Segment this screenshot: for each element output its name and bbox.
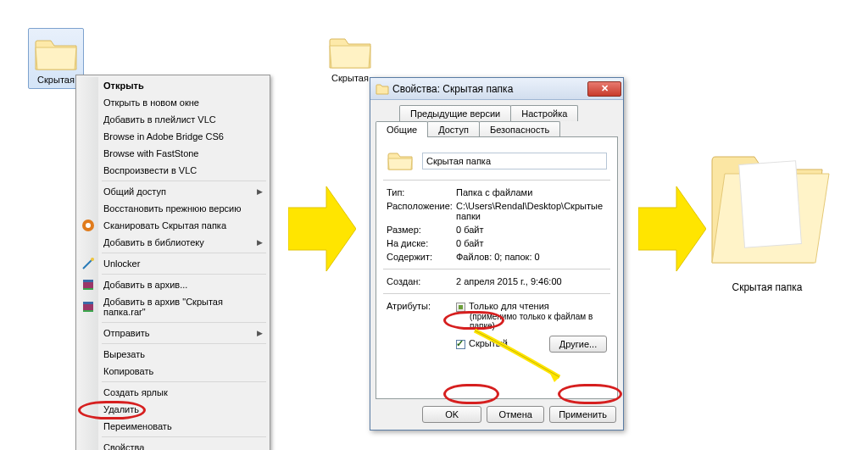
label-type: Тип:: [387, 187, 456, 197]
scan-icon: [81, 219, 95, 232]
properties-dialog: Свойства: Скрытая папка ✕ Предыдущие вер…: [370, 77, 624, 431]
folder-icon: [326, 31, 374, 71]
svg-rect-6: [83, 288, 93, 290]
value-disk: 0 байт: [456, 238, 607, 248]
folder-icon: [376, 82, 389, 96]
other-attributes-button[interactable]: Другие...: [549, 336, 607, 353]
value-created: 2 апреля 2015 г., 9:46:00: [456, 276, 607, 286]
chevron-right-icon: ▶: [257, 187, 263, 196]
svg-rect-8: [83, 302, 93, 304]
menu-delete[interactable]: Удалить: [78, 401, 268, 418]
ok-button[interactable]: OK: [422, 406, 481, 423]
menu-create-shortcut[interactable]: Создать ярлык: [78, 384, 268, 401]
menu-cut[interactable]: Вырезать: [78, 346, 268, 363]
readonly-checkbox[interactable]: [456, 303, 465, 312]
label-attributes: Атрибуты:: [387, 301, 456, 353]
label-created: Создан:: [387, 276, 456, 286]
label-size: Размер:: [387, 225, 456, 235]
tab-panel-general: Тип:Папка с файлами Расположение:C:\User…: [376, 136, 618, 399]
open-folder-icon: [704, 127, 831, 280]
menu-add-archive-named[interactable]: Добавить в архив "Скрытая папка.rar": [78, 293, 268, 320]
folder-middle-label: Скрытая: [326, 73, 374, 83]
folder-icon: [32, 32, 80, 73]
hidden-checkbox[interactable]: [456, 340, 465, 349]
chevron-right-icon: ▶: [257, 238, 263, 247]
menu-sharing[interactable]: Общий доступ▶: [78, 183, 268, 200]
tab-general[interactable]: Общие: [376, 121, 428, 137]
rar-icon: [81, 300, 95, 314]
apply-button[interactable]: Применить: [549, 406, 616, 423]
menu-browse-faststone[interactable]: Browse with FastStone: [78, 145, 268, 162]
value-contains: Файлов: 0; папок: 0: [456, 252, 607, 262]
menu-copy[interactable]: Копировать: [78, 363, 268, 380]
label-disk: На диске:: [387, 238, 456, 248]
arrow-step-2: [638, 178, 706, 280]
menu-rename[interactable]: Переименовать: [78, 418, 268, 435]
dialog-title: Свойства: Скрытая папка: [392, 83, 587, 95]
menu-send-to[interactable]: Отправить▶: [78, 325, 268, 342]
folder-left-label: Скрытая: [32, 75, 80, 85]
tab-customize[interactable]: Настройка: [510, 105, 578, 121]
menu-unlocker[interactable]: Unlocker: [78, 255, 268, 272]
value-location: C:\Users\Rendal\Desktop\Скрытые папки: [456, 201, 607, 221]
menu-add-archive[interactable]: Добавить в архив...: [78, 276, 268, 293]
menu-restore-previous[interactable]: Восстановить прежнюю версию: [78, 200, 268, 217]
menu-open-new-window[interactable]: Открыть в новом окне: [78, 94, 268, 111]
close-button[interactable]: ✕: [587, 81, 621, 97]
menu-add-library[interactable]: Добавить в библиотеку▶: [78, 234, 268, 251]
context-menu: Открыть Открыть в новом окне Добавить в …: [75, 75, 270, 450]
menu-scan[interactable]: Сканировать Скрытая папка: [78, 217, 268, 234]
tab-sharing[interactable]: Доступ: [427, 121, 480, 137]
label-contains: Содержит:: [387, 252, 456, 262]
menu-play-vlc[interactable]: Воспроизвести в VLC: [78, 162, 268, 179]
folder-name-input[interactable]: [422, 153, 607, 169]
menu-properties[interactable]: Свойства: [78, 439, 268, 450]
svg-point-3: [91, 258, 94, 261]
label-location: Расположение:: [387, 201, 456, 221]
menu-open[interactable]: Открыть: [78, 77, 268, 94]
menu-add-vlc-playlist[interactable]: Добавить в плейлист VLC: [78, 111, 268, 128]
hidden-row[interactable]: Скрытый: [456, 338, 508, 349]
folder-middle[interactable]: Скрытая: [326, 31, 374, 83]
value-size: 0 байт: [456, 225, 607, 235]
rar-icon: [81, 278, 95, 292]
readonly-row[interactable]: Только для чтения (применимо только к фа…: [456, 301, 607, 331]
chevron-right-icon: ▶: [257, 329, 263, 337]
folder-icon: [387, 149, 414, 173]
tab-previous-versions[interactable]: Предыдущие версии: [399, 105, 511, 121]
tab-security[interactable]: Безопасность: [479, 121, 560, 137]
value-type: Папка с файлами: [456, 187, 607, 197]
readonly-subtext: (применимо только к файлам в папке): [470, 312, 607, 331]
cancel-button[interactable]: Отмена: [487, 406, 544, 423]
menu-browse-bridge[interactable]: Browse in Adobe Bridge CS6: [78, 128, 268, 145]
folder-right[interactable]: Скрытая папка: [704, 127, 831, 293]
svg-rect-5: [83, 280, 93, 282]
folder-right-label: Скрытая папка: [704, 281, 831, 293]
title-bar[interactable]: Свойства: Скрытая папка ✕: [370, 78, 623, 100]
arrow-step-1: [288, 178, 356, 280]
svg-rect-9: [83, 310, 93, 312]
wand-icon: [81, 257, 95, 270]
svg-point-1: [86, 223, 91, 228]
